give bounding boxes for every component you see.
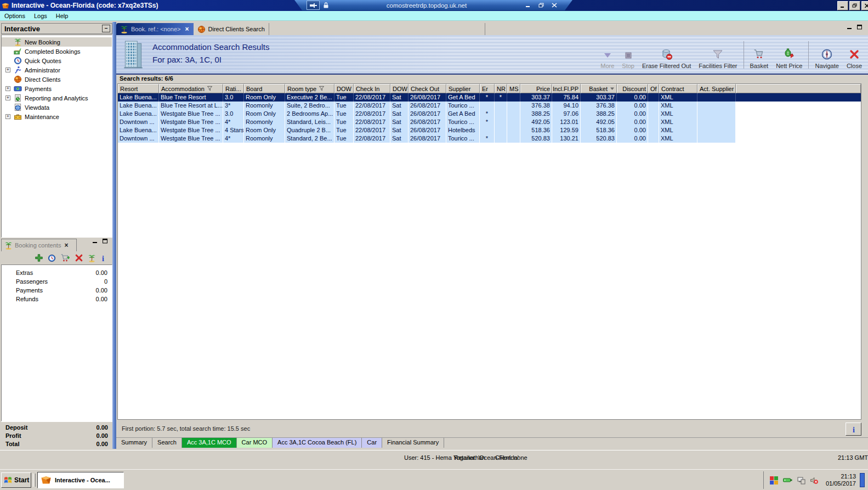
table-cell: 3* bbox=[223, 102, 244, 110]
facilities-filter-button[interactable]: Facilities Filter bbox=[695, 40, 741, 70]
menu-options[interactable]: Options bbox=[0, 12, 30, 20]
maximize-panel-button[interactable] bbox=[856, 24, 863, 30]
expand-icon[interactable]: + bbox=[5, 86, 10, 91]
info-button[interactable]: i bbox=[100, 254, 106, 262]
table-row[interactable]: Lake Buena...Blue Tree Resort3.0Room Onl… bbox=[118, 93, 861, 102]
basket-button[interactable]: Basket bbox=[746, 40, 773, 70]
column-header-nr[interactable]: NR bbox=[495, 84, 507, 93]
col-funnel-icon[interactable] bbox=[207, 86, 213, 92]
col-funnel-icon[interactable] bbox=[319, 86, 325, 92]
column-header-rati[interactable]: Rati... bbox=[223, 84, 244, 93]
navigate-button[interactable]: Navigate bbox=[811, 40, 842, 70]
panel-splitter[interactable] bbox=[112, 22, 116, 449]
maximize-panel-button[interactable] bbox=[102, 238, 108, 244]
rdp-close-button[interactable] bbox=[551, 2, 558, 9]
expand-icon[interactable]: + bbox=[5, 114, 10, 119]
add-button[interactable] bbox=[35, 254, 43, 262]
taskbar-task-button[interactable]: Interactive - Ocea... bbox=[37, 472, 124, 488]
minimize-window-button[interactable] bbox=[837, 1, 848, 10]
start-button[interactable]: Start bbox=[1, 472, 31, 488]
close-button[interactable]: Close bbox=[843, 40, 866, 70]
bottom-tab-car[interactable]: Car bbox=[362, 438, 382, 448]
bottom-tab-acc-3a-1c-mco[interactable]: Acc 3A,1C MCO bbox=[182, 438, 237, 448]
tab-book-ref-none[interactable]: Book. ref.: <none>× bbox=[116, 23, 194, 35]
cart-button[interactable] bbox=[60, 254, 70, 262]
close-panel-button[interactable]: × bbox=[64, 241, 68, 249]
column-header-discount[interactable]: Discount bbox=[617, 84, 648, 93]
sidebar-item-completed-bookings[interactable]: Completed Bookings bbox=[2, 47, 112, 56]
column-header-check-out[interactable]: Check Out bbox=[409, 84, 446, 93]
sidebar-item-quick-quotes[interactable]: Quick Quotes bbox=[2, 56, 112, 65]
column-header-er[interactable]: Er bbox=[480, 84, 495, 93]
minimize-panel-button[interactable] bbox=[92, 238, 98, 244]
bottom-tab-summary[interactable]: Summary bbox=[116, 438, 152, 448]
column-header-room-type[interactable]: Room type bbox=[285, 84, 334, 93]
column-header-board[interactable]: Board bbox=[244, 84, 285, 93]
info-button[interactable]: i bbox=[846, 423, 861, 436]
toolbar-button-label: Stop bbox=[622, 63, 634, 69]
column-header-accommodation[interactable]: Accommodation bbox=[159, 84, 223, 93]
column-header-incl-fl-pp[interactable]: Incl.Fl.PP bbox=[552, 84, 581, 93]
close-icon bbox=[552, 3, 557, 8]
sidebar-item-direct-clients[interactable]: Direct Clients bbox=[2, 75, 112, 84]
table-row[interactable]: Lake Buena...Westgate Blue Tree ...3.0Ro… bbox=[118, 110, 861, 118]
collapse-sidebar-button[interactable]: – bbox=[102, 25, 110, 32]
network-computer-tray-icon[interactable] bbox=[797, 476, 805, 485]
palm-tree-button[interactable] bbox=[88, 254, 96, 262]
nett-price-button[interactable]: Nett Price bbox=[772, 40, 806, 70]
column-header-resort[interactable]: Resort bbox=[118, 84, 159, 93]
sidebar-item-new-booking[interactable]: New Booking bbox=[2, 37, 112, 47]
sort-drop-icon[interactable] bbox=[610, 86, 615, 91]
bottom-tab-car-mco[interactable]: Car MCO bbox=[237, 438, 273, 448]
sidebar-item-administrator[interactable]: +Administrator bbox=[2, 65, 112, 75]
column-header-supplier[interactable]: Supplier bbox=[446, 84, 480, 93]
column-header-act-supplier[interactable]: Act. Supplier bbox=[697, 84, 736, 93]
bottom-tab-search[interactable]: Search bbox=[152, 438, 182, 448]
antivirus-tray-icon[interactable] bbox=[769, 476, 779, 485]
column-header-check-in[interactable]: Check In bbox=[354, 84, 390, 93]
bottom-tab-acc-3a-1c-cocoa-beach-fl[interactable]: Acc 3A,1C Cocoa Beach (FL) bbox=[273, 438, 362, 448]
bottom-tab-financial-summary[interactable]: Financial Summary bbox=[382, 438, 444, 448]
table-cell: 22/08/2017 bbox=[354, 93, 390, 102]
menu-logs[interactable]: Logs bbox=[30, 12, 52, 20]
tab-direct-clients-search[interactable]: Direct Clients Search bbox=[194, 23, 269, 35]
expand-icon[interactable]: + bbox=[5, 95, 10, 100]
tray-edge-icon[interactable] bbox=[860, 473, 865, 487]
rdp-minimize-button[interactable] bbox=[524, 2, 532, 9]
sidebar-item-payments[interactable]: +Payments bbox=[2, 84, 112, 93]
table-cell: 97.06 bbox=[552, 110, 581, 118]
column-header-dow[interactable]: DOW bbox=[390, 84, 409, 93]
sidebar-item-viewdata[interactable]: Viewdata bbox=[2, 103, 112, 112]
sidebar-item-maintenance[interactable]: +Maintenance bbox=[2, 112, 112, 121]
column-header-ms[interactable]: MS bbox=[507, 84, 520, 93]
close-window-button[interactable] bbox=[861, 1, 868, 10]
close-tab-button[interactable]: × bbox=[185, 25, 189, 33]
delete-button[interactable] bbox=[75, 254, 83, 262]
expand-icon[interactable]: + bbox=[5, 67, 10, 72]
network-adapter-tray-icon[interactable] bbox=[782, 476, 793, 484]
sidebar-item-reporting-and-analytics[interactable]: +Reporting and Analytics bbox=[2, 93, 112, 103]
erase-filtered-out-button[interactable]: Erase Filtered Out bbox=[638, 40, 695, 70]
volume-muted-tray-icon[interactable] bbox=[809, 476, 819, 485]
column-header-contract[interactable]: Contract bbox=[659, 84, 697, 93]
rdp-restore-button[interactable] bbox=[537, 2, 545, 9]
table-row[interactable]: Downtown ...Westgate Blue Tree ...4*Room… bbox=[118, 118, 861, 126]
stop-button: Stop bbox=[618, 40, 638, 70]
booking-row-label: Extras bbox=[16, 268, 96, 277]
table-row[interactable]: Lake Buena...Westgate Blue Tree ...4 Sta… bbox=[118, 126, 861, 134]
table-row[interactable]: Lake Buena...Blue Tree Resort at L...3*R… bbox=[118, 102, 861, 110]
taskbar-grip[interactable] bbox=[33, 474, 36, 487]
quick-quotes-button[interactable] bbox=[48, 254, 56, 262]
restore-window-button[interactable] bbox=[849, 1, 860, 10]
table-row[interactable]: Downtown ...Westgate Blue Tree ...4*Room… bbox=[118, 134, 861, 143]
rdp-pin-button[interactable] bbox=[307, 1, 320, 10]
minimize-panel-button[interactable] bbox=[847, 24, 853, 30]
table-cell: Sat bbox=[390, 102, 409, 110]
booking-contents-tab[interactable]: Booking contents × bbox=[1, 239, 77, 251]
column-header-basket[interactable]: Basket bbox=[581, 84, 617, 93]
menu-help[interactable]: Help bbox=[52, 12, 73, 20]
column-header-of[interactable]: Of bbox=[648, 84, 659, 93]
table-cell: 376.38 bbox=[520, 102, 552, 110]
column-header-dow[interactable]: DOW bbox=[334, 84, 354, 93]
column-header-price[interactable]: Price bbox=[520, 84, 552, 93]
